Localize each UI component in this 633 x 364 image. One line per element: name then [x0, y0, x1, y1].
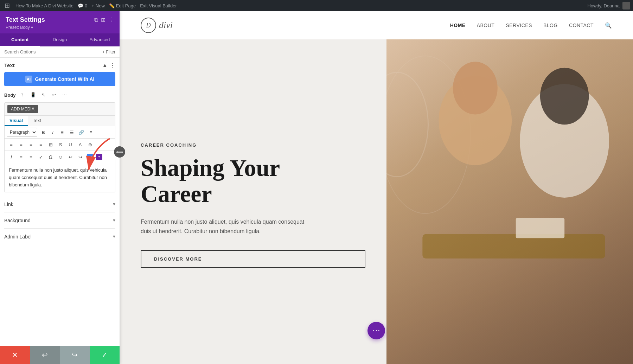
undo-button[interactable]: ↩	[30, 346, 60, 364]
left-panel: Text Settings ⧉ ⊞ ⋮ Preset: Body ▾ Conte…	[0, 11, 120, 364]
strikethrough-button[interactable]: S	[56, 140, 65, 149]
floating-action-button[interactable]: ⋯	[367, 322, 385, 339]
body-mobile-icon[interactable]: 📱	[29, 91, 37, 99]
copy-format-button[interactable]: ⊕	[85, 140, 95, 149]
panel-columns-icon[interactable]: ⊞	[101, 17, 106, 23]
hero-body-text: Fermentum nulla non justo aliquet, quis …	[141, 217, 309, 236]
admin-label-section: Admin Label ▾	[4, 228, 115, 244]
indent-button[interactable]: ≡	[17, 152, 26, 161]
exit-builder-link[interactable]: Exit Visual Builder	[140, 3, 177, 8]
text-color-button[interactable]: A	[76, 140, 85, 149]
align-justify-button[interactable]: ≡	[36, 140, 45, 149]
panel-expand-icon[interactable]: ⧉	[94, 17, 98, 23]
nav-home[interactable]: HOME	[450, 23, 466, 28]
nav-about[interactable]: ABOUT	[477, 23, 495, 28]
search-icon[interactable]: 🔍	[605, 22, 612, 29]
unordered-list-button[interactable]: ≡	[58, 128, 67, 137]
special-chars-button[interactable]: Ω	[46, 152, 55, 161]
panel-search-area: + Filter	[0, 46, 120, 58]
panel-menu-icon[interactable]: ⋮	[108, 17, 114, 23]
ai-sparkle-button[interactable]: ✦	[96, 154, 102, 160]
hero-left: CAREER COACHING Shaping Your Career Ferm…	[120, 39, 386, 364]
close-button[interactable]: ✕	[0, 346, 30, 364]
background-section-header[interactable]: Background ▾	[4, 217, 115, 223]
ai-generate-button[interactable]: AI Generate Content With AI	[4, 72, 115, 86]
redo-button[interactable]: ↪	[60, 346, 90, 364]
tab-content[interactable]: Content	[0, 33, 40, 46]
panel-preset[interactable]: Preset: Body ▾	[6, 25, 114, 30]
body-text-label: Body	[4, 92, 16, 98]
body-cursor-icon[interactable]: ↖	[40, 91, 47, 99]
link-button[interactable]: 🔗	[77, 128, 86, 137]
editor-tab-visual[interactable]: Visual	[5, 116, 28, 126]
howdy-text: Howdy, Deanna	[587, 3, 620, 8]
section-collapse-icon[interactable]: ▲	[102, 62, 108, 69]
bold-button[interactable]: B	[39, 128, 48, 137]
underline-button[interactable]: U	[66, 140, 75, 149]
italic-button[interactable]: I	[48, 128, 57, 137]
emoji-button[interactable]: ☺	[56, 152, 65, 161]
add-media-button[interactable]: ADD MEDIA	[7, 105, 38, 113]
nav-contact[interactable]: CONTACT	[569, 23, 594, 28]
panel-title-icons: ⧉ ⊞ ⋮	[94, 17, 114, 23]
section-controls: ▲ ⋮	[102, 62, 115, 69]
svg-rect-7	[516, 218, 564, 238]
paragraph-select[interactable]: Paragraph	[7, 128, 37, 137]
nav-services[interactable]: SERVICES	[506, 23, 532, 28]
svg-point-3	[453, 62, 498, 114]
link-section-header[interactable]: Link ▾	[4, 201, 115, 207]
tab-advanced[interactable]: Advanced	[80, 33, 120, 46]
main-content: D divi HOME ABOUT SERVICES BLOG CONTACT …	[120, 11, 633, 364]
save-button[interactable]: ✓	[90, 346, 120, 364]
hero-title: Shaping Your Career	[141, 155, 365, 207]
ai-button-label: Generate Content With AI	[35, 76, 95, 82]
editor-area: ADD MEDIA Visual Text Paragraph B I ≡ ☰	[4, 102, 115, 192]
ordered-list-button[interactable]: ☰	[67, 128, 76, 137]
admin-label-section-header[interactable]: Admin Label ▾	[4, 234, 115, 240]
body-more-icon[interactable]: ⋯	[61, 91, 69, 99]
edit-page-link[interactable]: ✏️ Edit Page	[109, 3, 136, 8]
hero-cta-button[interactable]: DISCOVER MORE	[141, 250, 365, 268]
svg-point-5	[540, 68, 589, 125]
new-link[interactable]: + New	[91, 3, 105, 8]
ai-inline-icon[interactable]: AI	[87, 154, 93, 160]
align-center-button[interactable]: ≡	[17, 140, 26, 149]
site-header: D divi HOME ABOUT SERVICES BLOG CONTACT …	[120, 11, 633, 39]
redo-editor-button[interactable]: ↪	[76, 152, 85, 161]
background-section: Background ▾	[4, 212, 115, 228]
panel-title: Text Settings	[6, 16, 45, 24]
undo-editor-button[interactable]: ↩	[66, 152, 75, 161]
toolbar-row-2: ≡ ≡ ≡ ≡ ⊞ S U A ⊕	[5, 139, 115, 151]
section-menu-icon[interactable]: ⋮	[110, 62, 115, 69]
align-left-button[interactable]: ≡	[7, 140, 16, 149]
blockquote-button[interactable]: ❝	[86, 128, 95, 137]
filter-button[interactable]: + Filter	[102, 50, 115, 55]
align-right-button[interactable]: ≡	[26, 140, 36, 149]
bottom-bar: ✕ ↩ ↪ ✓	[0, 346, 120, 364]
outdent-button[interactable]: ≡	[26, 152, 36, 161]
admin-bar: ⊞ How To Make A Divi Website 💬 0 + New ✏…	[0, 0, 633, 11]
body-help-icon[interactable]: ?	[19, 91, 26, 99]
hero-image-background	[386, 39, 633, 364]
search-input[interactable]	[4, 49, 100, 55]
tab-design[interactable]: Design	[40, 33, 79, 46]
editor-content[interactable]: Fermentum nulla non justo aliquet, quis …	[5, 163, 115, 192]
site-name-link[interactable]: How To Make A Divi Website	[15, 3, 73, 8]
body-undo-icon[interactable]: ↩	[50, 91, 58, 99]
user-avatar[interactable]	[622, 2, 630, 9]
editor-tab-text[interactable]: Text	[28, 116, 46, 126]
toolbar-row-3: I ≡ ≡ ⤢ Ω ☺ ↩ ↪ AI ✦	[5, 151, 115, 163]
fullscreen-button[interactable]: ⤢	[36, 152, 45, 161]
body-label-row: Body ? 📱 ↖ ↩ ⋯	[4, 91, 115, 99]
hero-section: CAREER COACHING Shaping Your Career Ferm…	[120, 39, 633, 364]
italic-more-button[interactable]: I	[7, 152, 16, 161]
comments-link[interactable]: 💬 0	[78, 3, 87, 8]
comment-icon: 💬	[78, 3, 83, 8]
nav-blog[interactable]: BLOG	[543, 23, 558, 28]
site-logo[interactable]: D divi	[141, 18, 173, 33]
table-button[interactable]: ⊞	[46, 140, 55, 149]
wp-logo-icon[interactable]: ⊞	[3, 1, 11, 10]
editor-tab-bar: Visual Text	[5, 116, 115, 126]
pencil-icon: ✏️	[109, 3, 115, 8]
drag-handle[interactable]: ⟺	[114, 146, 125, 158]
